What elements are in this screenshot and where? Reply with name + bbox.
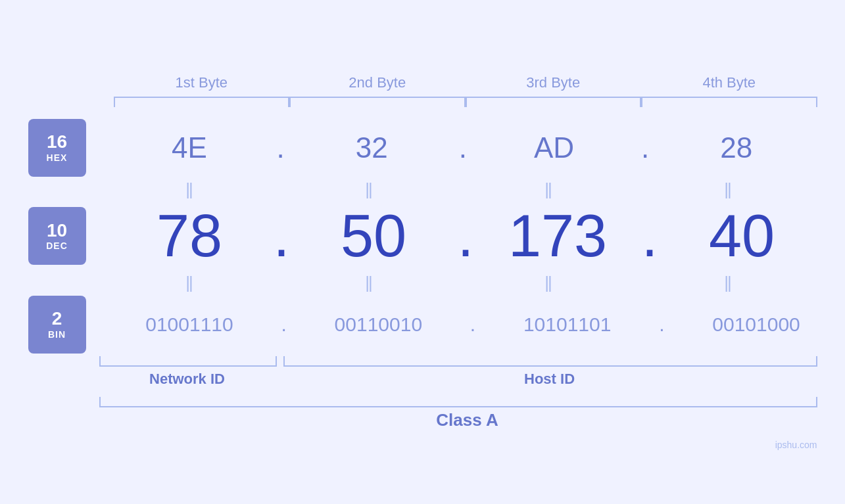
dec-badge-label: DEC xyxy=(46,241,68,251)
dec-badge-number: 10 xyxy=(47,221,67,241)
byte-label-1: 1st Byte xyxy=(114,74,290,91)
bin-value-2: 00110010 xyxy=(306,313,450,336)
eq-2-2: || xyxy=(279,273,458,293)
hex-value-3: AD xyxy=(481,131,626,164)
eq-1-4: || xyxy=(638,179,817,200)
eq-1-2: || xyxy=(279,179,458,200)
eq-1-1: || xyxy=(99,179,279,200)
top-bracket-4 xyxy=(641,97,817,107)
dec-value-2: 50 xyxy=(301,202,446,270)
bin-value-3: 10101101 xyxy=(495,313,640,336)
equals-row-1: || || || || xyxy=(99,177,817,202)
hex-values: 4E . 32 . AD . 28 xyxy=(99,131,827,164)
bin-dot-3: . xyxy=(659,315,664,334)
network-bracket xyxy=(99,356,278,367)
dec-cell-2: 50 xyxy=(283,202,464,270)
bin-cell-4: 00101000 xyxy=(666,313,845,336)
bottom-bracket-row xyxy=(99,356,817,367)
bin-badge-label: BIN xyxy=(48,329,66,340)
hex-badge: 16 HEX xyxy=(28,119,86,177)
eq-1-3: || xyxy=(458,179,638,200)
dec-values: 78 . 50 . 173 . 40 xyxy=(99,202,833,270)
hex-value-1: 4E xyxy=(117,131,262,164)
bin-value-4: 00101000 xyxy=(684,313,829,336)
byte-label-2: 2nd Byte xyxy=(289,74,466,91)
watermark: ipshu.com xyxy=(775,440,817,450)
dec-cell-3: 173 xyxy=(468,202,648,270)
bin-row: 2 BIN 01001110 . 00110010 . 10101101 . 0… xyxy=(28,296,817,354)
byte-label-4: 4th Byte xyxy=(641,74,817,91)
hex-value-2: 32 xyxy=(299,131,444,164)
bin-values: 01001110 . 00110010 . 10101101 . 0010100… xyxy=(99,313,846,336)
dec-value-1: 78 xyxy=(117,202,262,270)
hex-row: 16 HEX 4E . 32 . AD . 28 xyxy=(28,119,817,177)
bin-cell-2: 00110010 xyxy=(288,313,469,336)
eq-2-4: || xyxy=(638,273,817,293)
dec-cell-4: 40 xyxy=(652,202,833,270)
hex-badge-number: 16 xyxy=(47,132,67,152)
equals-row-2: || || || || xyxy=(99,270,817,296)
bin-value-1: 01001110 xyxy=(117,313,262,336)
hex-value-4: 28 xyxy=(664,131,809,164)
hex-cell-3: AD xyxy=(464,131,644,164)
bin-dot-2: . xyxy=(470,315,475,334)
class-label-row: Class A xyxy=(99,410,836,430)
network-id-label: Network ID xyxy=(99,371,276,388)
top-bracket-2 xyxy=(289,97,466,107)
bin-cell-3: 10101101 xyxy=(477,313,658,336)
bin-dot-1: . xyxy=(281,315,287,334)
bin-badge-number: 2 xyxy=(52,309,62,329)
class-bracket-row xyxy=(99,397,817,407)
dec-badge: 10 DEC xyxy=(28,207,86,265)
top-bracket-row xyxy=(114,97,817,107)
class-label: Class A xyxy=(436,410,498,430)
byte-label-3: 3rd Byte xyxy=(466,74,642,91)
dec-value-4: 40 xyxy=(669,202,814,270)
bin-cell-1: 01001110 xyxy=(99,313,280,336)
top-bracket-3 xyxy=(466,97,642,107)
hex-cell-2: 32 xyxy=(281,131,462,164)
hex-cell-4: 28 xyxy=(646,131,827,164)
hex-badge-label: HEX xyxy=(47,152,68,163)
dec-cell-1: 78 xyxy=(99,202,280,270)
eq-2-3: || xyxy=(458,273,638,293)
dec-value-3: 173 xyxy=(485,202,630,270)
class-bracket xyxy=(99,397,817,407)
dec-row: 10 DEC 78 . 50 . 173 . 40 xyxy=(28,202,817,270)
hex-cell-1: 4E xyxy=(99,131,280,164)
byte-labels-row: 1st Byte 2nd Byte 3rd Byte 4th Byte xyxy=(114,74,817,91)
eq-2-1: || xyxy=(99,273,279,293)
host-id-label: Host ID xyxy=(282,371,817,388)
network-host-labels: Network ID Host ID xyxy=(99,371,817,388)
host-bracket xyxy=(283,356,817,367)
top-bracket-1 xyxy=(114,97,290,107)
bin-badge: 2 BIN xyxy=(28,296,86,354)
